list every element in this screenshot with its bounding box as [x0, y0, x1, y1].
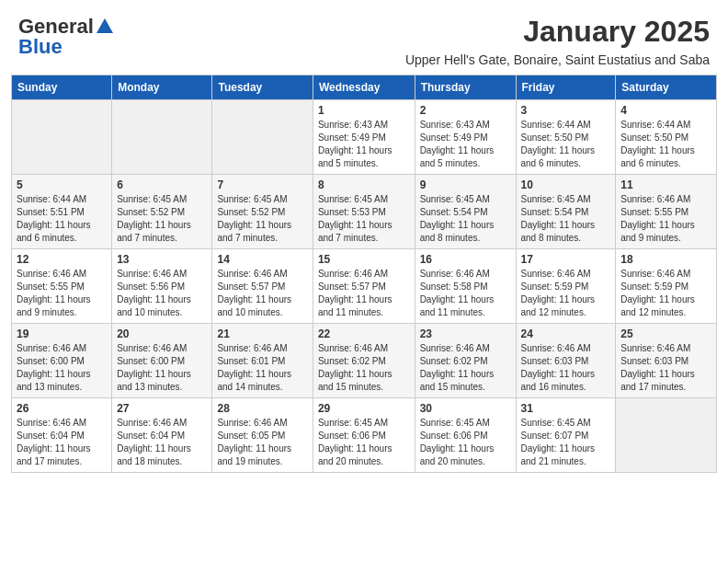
table-row: 29Sunrise: 6:45 AMSunset: 6:06 PMDayligh…	[313, 398, 415, 473]
table-row: 15Sunrise: 6:46 AMSunset: 5:57 PMDayligh…	[313, 249, 415, 324]
logo-blue: Blue	[18, 35, 63, 59]
header-tuesday: Tuesday	[212, 75, 313, 100]
table-row: 21Sunrise: 6:46 AMSunset: 6:01 PMDayligh…	[212, 324, 313, 398]
day-number: 2	[420, 104, 511, 117]
day-number: 24	[521, 327, 611, 340]
day-number: 16	[420, 253, 511, 266]
day-info: Sunrise: 6:46 AMSunset: 5:59 PMDaylight:…	[521, 268, 611, 319]
calendar-header: Sunday Monday Tuesday Wednesday Thursday…	[12, 75, 717, 100]
logo: General Blue	[18, 15, 115, 59]
table-row: 5Sunrise: 6:44 AMSunset: 5:51 PMDaylight…	[12, 175, 112, 249]
day-info: Sunrise: 6:46 AMSunset: 5:57 PMDaylight:…	[217, 268, 307, 319]
day-number: 7	[217, 178, 307, 191]
day-number: 1	[318, 104, 410, 117]
day-info: Sunrise: 6:44 AMSunset: 5:50 PMDaylight:…	[521, 119, 611, 170]
day-number: 14	[217, 253, 307, 266]
day-number: 25	[620, 327, 711, 340]
day-info: Sunrise: 6:46 AMSunset: 5:59 PMDaylight:…	[620, 268, 711, 319]
header-thursday: Thursday	[415, 75, 516, 100]
day-info: Sunrise: 6:46 AMSunset: 6:02 PMDaylight:…	[318, 342, 410, 394]
month-title: January 2025	[405, 15, 710, 49]
day-info: Sunrise: 6:46 AMSunset: 6:02 PMDaylight:…	[420, 342, 511, 394]
calendar-table: Sunday Monday Tuesday Wednesday Thursday…	[11, 75, 717, 473]
day-number: 23	[420, 327, 511, 340]
day-number: 19	[17, 327, 107, 340]
day-number: 9	[420, 178, 511, 191]
day-number: 4	[620, 104, 711, 117]
day-info: Sunrise: 6:46 AMSunset: 6:04 PMDaylight:…	[17, 417, 107, 468]
day-info: Sunrise: 6:46 AMSunset: 6:05 PMDaylight:…	[217, 417, 307, 468]
day-info: Sunrise: 6:45 AMSunset: 6:07 PMDaylight:…	[521, 417, 611, 468]
table-row: 12Sunrise: 6:46 AMSunset: 5:55 PMDayligh…	[12, 249, 112, 324]
table-row: 4Sunrise: 6:44 AMSunset: 5:50 PMDaylight…	[616, 100, 717, 175]
day-info: Sunrise: 6:46 AMSunset: 6:00 PMDaylight:…	[117, 342, 207, 394]
calendar: Sunday Monday Tuesday Wednesday Thursday…	[0, 75, 728, 484]
day-info: Sunrise: 6:46 AMSunset: 5:55 PMDaylight:…	[620, 193, 711, 245]
table-row: 27Sunrise: 6:46 AMSunset: 6:04 PMDayligh…	[112, 398, 212, 473]
day-number: 12	[17, 253, 107, 266]
table-row: 1Sunrise: 6:43 AMSunset: 5:49 PMDaylight…	[313, 100, 415, 175]
day-number: 28	[217, 402, 307, 415]
table-row: 7Sunrise: 6:45 AMSunset: 5:52 PMDaylight…	[212, 175, 313, 249]
header-friday: Friday	[516, 75, 616, 100]
table-row: 31Sunrise: 6:45 AMSunset: 6:07 PMDayligh…	[516, 398, 616, 473]
table-row	[12, 100, 112, 175]
day-number: 6	[117, 178, 207, 191]
day-info: Sunrise: 6:45 AMSunset: 6:06 PMDaylight:…	[420, 417, 511, 468]
day-number: 29	[318, 402, 410, 415]
table-row: 3Sunrise: 6:44 AMSunset: 5:50 PMDaylight…	[516, 100, 616, 175]
day-info: Sunrise: 6:45 AMSunset: 6:06 PMDaylight:…	[318, 417, 410, 468]
table-row: 13Sunrise: 6:46 AMSunset: 5:56 PMDayligh…	[112, 249, 212, 324]
day-info: Sunrise: 6:45 AMSunset: 5:54 PMDaylight:…	[521, 193, 611, 245]
header-saturday: Saturday	[616, 75, 717, 100]
table-row: 8Sunrise: 6:45 AMSunset: 5:53 PMDaylight…	[313, 175, 415, 249]
table-row: 23Sunrise: 6:46 AMSunset: 6:02 PMDayligh…	[415, 324, 516, 398]
day-info: Sunrise: 6:45 AMSunset: 5:53 PMDaylight:…	[318, 193, 410, 245]
day-number: 30	[420, 402, 511, 415]
table-row: 28Sunrise: 6:46 AMSunset: 6:05 PMDayligh…	[212, 398, 313, 473]
table-row	[212, 100, 313, 175]
day-number: 11	[620, 178, 711, 191]
day-number: 15	[318, 253, 410, 266]
day-number: 26	[17, 402, 107, 415]
location-subtitle: Upper Hell's Gate, Bonaire, Saint Eustat…	[405, 52, 710, 67]
day-info: Sunrise: 6:46 AMSunset: 6:04 PMDaylight:…	[117, 417, 207, 468]
day-info: Sunrise: 6:45 AMSunset: 5:52 PMDaylight:…	[217, 193, 307, 245]
day-number: 22	[318, 327, 410, 340]
day-number: 10	[521, 178, 611, 191]
table-row: 17Sunrise: 6:46 AMSunset: 5:59 PMDayligh…	[516, 249, 616, 324]
table-row: 25Sunrise: 6:46 AMSunset: 6:03 PMDayligh…	[616, 324, 717, 398]
header-monday: Monday	[112, 75, 212, 100]
table-row: 20Sunrise: 6:46 AMSunset: 6:00 PMDayligh…	[112, 324, 212, 398]
table-row: 22Sunrise: 6:46 AMSunset: 6:02 PMDayligh…	[313, 324, 415, 398]
day-number: 8	[318, 178, 410, 191]
day-number: 20	[117, 327, 207, 340]
day-info: Sunrise: 6:46 AMSunset: 6:03 PMDaylight:…	[521, 342, 611, 394]
table-row: 9Sunrise: 6:45 AMSunset: 5:54 PMDaylight…	[415, 175, 516, 249]
logo-icon	[95, 17, 115, 37]
day-number: 31	[521, 402, 611, 415]
header-sunday: Sunday	[12, 75, 112, 100]
day-info: Sunrise: 6:46 AMSunset: 6:03 PMDaylight:…	[620, 342, 711, 394]
table-row: 18Sunrise: 6:46 AMSunset: 5:59 PMDayligh…	[616, 249, 717, 324]
day-info: Sunrise: 6:45 AMSunset: 5:54 PMDaylight:…	[420, 193, 511, 245]
day-info: Sunrise: 6:46 AMSunset: 5:57 PMDaylight:…	[318, 268, 410, 319]
table-row: 6Sunrise: 6:45 AMSunset: 5:52 PMDaylight…	[112, 175, 212, 249]
day-number: 17	[521, 253, 611, 266]
table-row: 16Sunrise: 6:46 AMSunset: 5:58 PMDayligh…	[415, 249, 516, 324]
table-row: 19Sunrise: 6:46 AMSunset: 6:00 PMDayligh…	[12, 324, 112, 398]
title-block: January 2025 Upper Hell's Gate, Bonaire,…	[405, 15, 710, 67]
calendar-body: 1Sunrise: 6:43 AMSunset: 5:49 PMDaylight…	[12, 100, 717, 473]
day-number: 27	[117, 402, 207, 415]
day-number: 13	[117, 253, 207, 266]
day-info: Sunrise: 6:44 AMSunset: 5:51 PMDaylight:…	[17, 193, 107, 245]
day-number: 18	[620, 253, 711, 266]
table-row: 14Sunrise: 6:46 AMSunset: 5:57 PMDayligh…	[212, 249, 313, 324]
day-info: Sunrise: 6:43 AMSunset: 5:49 PMDaylight:…	[420, 119, 511, 170]
day-info: Sunrise: 6:44 AMSunset: 5:50 PMDaylight:…	[620, 119, 711, 170]
table-row: 2Sunrise: 6:43 AMSunset: 5:49 PMDaylight…	[415, 100, 516, 175]
page-header: General Blue January 2025 Upper Hell's G…	[0, 0, 728, 75]
day-number: 21	[217, 327, 307, 340]
day-info: Sunrise: 6:46 AMSunset: 6:01 PMDaylight:…	[217, 342, 307, 394]
day-info: Sunrise: 6:46 AMSunset: 6:00 PMDaylight:…	[17, 342, 107, 394]
